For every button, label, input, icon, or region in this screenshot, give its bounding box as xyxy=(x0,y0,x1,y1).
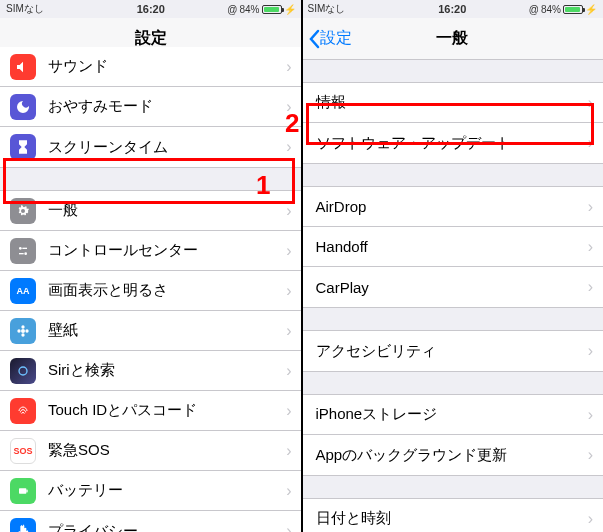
chevron-right-icon: › xyxy=(286,138,291,156)
chevron-right-icon: › xyxy=(286,322,291,340)
chevron-left-icon xyxy=(308,29,320,49)
text-size-icon: AA xyxy=(10,278,36,304)
row-carplay[interactable]: CarPlay › xyxy=(302,267,604,307)
row-label: CarPlay xyxy=(316,279,588,296)
chevron-right-icon: › xyxy=(286,282,291,300)
fingerprint-icon xyxy=(10,398,36,424)
row-datetime[interactable]: 日付と時刻 › xyxy=(302,499,604,532)
row-label: ソフトウェア・アップデート xyxy=(316,134,588,153)
nav-header: 設定 一般 xyxy=(302,18,604,60)
general-list: 情報 › ソフトウェア・アップデート › AirDrop › Handoff ›… xyxy=(302,60,604,532)
svg-point-7 xyxy=(17,329,20,332)
row-label: 情報 xyxy=(316,93,588,112)
chevron-right-icon: › xyxy=(286,522,291,532)
gear-icon xyxy=(10,198,36,224)
switches-icon xyxy=(10,238,36,264)
row-label: バッテリー xyxy=(48,481,286,500)
row-handoff[interactable]: Handoff › xyxy=(302,227,604,267)
row-sos[interactable]: SOS 緊急SOS › xyxy=(0,431,302,471)
svg-point-2 xyxy=(24,252,27,255)
chevron-right-icon: › xyxy=(286,58,291,76)
row-about[interactable]: 情報 › xyxy=(302,83,604,123)
battery-icon xyxy=(563,5,583,14)
row-label: 日付と時刻 xyxy=(316,509,588,528)
row-sounds[interactable]: サウンド › xyxy=(0,47,302,87)
annotation-1: 1 xyxy=(256,170,270,201)
chevron-right-icon: › xyxy=(286,402,291,420)
row-wallpaper[interactable]: 壁紙 › xyxy=(0,311,302,351)
sos-icon: SOS xyxy=(10,438,36,464)
page-title: 設定 xyxy=(135,28,167,49)
row-software-update[interactable]: ソフトウェア・アップデート › xyxy=(302,123,604,163)
row-controlcenter[interactable]: コントロールセンター › xyxy=(0,231,302,271)
chevron-right-icon: › xyxy=(286,482,291,500)
row-dnd[interactable]: おやすみモード › xyxy=(0,87,302,127)
chevron-right-icon: › xyxy=(588,406,593,424)
siri-icon xyxy=(10,358,36,384)
hourglass-icon xyxy=(10,134,36,160)
moon-icon xyxy=(10,94,36,120)
chevron-right-icon: › xyxy=(588,94,593,112)
svg-point-9 xyxy=(19,367,27,375)
row-label: iPhoneストレージ xyxy=(316,405,588,424)
chevron-right-icon: › xyxy=(286,242,291,260)
pane-separator xyxy=(301,0,303,532)
back-label: 設定 xyxy=(320,28,352,49)
row-background-refresh[interactable]: Appのバックグラウンド更新 › xyxy=(302,435,604,475)
row-label: 画面表示と明るさ xyxy=(48,281,286,300)
svg-rect-10 xyxy=(19,488,26,493)
flower-icon xyxy=(10,318,36,344)
svg-rect-3 xyxy=(19,253,24,254)
chevron-right-icon: › xyxy=(286,362,291,380)
settings-list: サウンド › おやすみモード › スクリーンタイム › 一般 › xyxy=(0,46,302,532)
row-label: Siriと検索 xyxy=(48,361,286,380)
status-bar: SIMなし 16:20 @ 84% ⚡ xyxy=(0,0,302,18)
page-title: 一般 xyxy=(436,28,468,49)
row-screentime[interactable]: スクリーンタイム › xyxy=(0,127,302,167)
row-airdrop[interactable]: AirDrop › xyxy=(302,187,604,227)
battery-icon xyxy=(10,478,36,504)
svg-rect-1 xyxy=(22,247,27,248)
row-label: Touch IDとパスコード xyxy=(48,401,286,420)
svg-point-6 xyxy=(21,333,24,336)
svg-point-8 xyxy=(25,329,28,332)
row-accessibility[interactable]: アクセシビリティ › xyxy=(302,331,604,371)
row-display[interactable]: AA 画面表示と明るさ › xyxy=(0,271,302,311)
status-time: 16:20 xyxy=(302,3,604,15)
row-label: 一般 xyxy=(48,201,286,220)
hand-icon xyxy=(10,518,36,532)
row-label: Appのバックグラウンド更新 xyxy=(316,446,588,465)
row-siri[interactable]: Siriと検索 › xyxy=(0,351,302,391)
row-privacy[interactable]: プライバシー › xyxy=(0,511,302,532)
chevron-right-icon: › xyxy=(588,278,593,296)
back-button[interactable]: 設定 xyxy=(308,28,352,49)
chevron-right-icon: › xyxy=(286,202,291,220)
general-pane: SIMなし 16:20 @ 84% ⚡ 設定 一般 情報 › ソフトウェア・アッ… xyxy=(302,0,604,532)
row-label: プライバシー xyxy=(48,522,286,533)
svg-point-5 xyxy=(21,325,24,328)
row-label: おやすみモード xyxy=(48,97,286,116)
row-label: AirDrop xyxy=(316,198,588,215)
annotation-2: 2 xyxy=(285,108,299,139)
svg-rect-11 xyxy=(26,489,27,492)
row-label: 緊急SOS xyxy=(48,441,286,460)
row-label: Handoff xyxy=(316,238,588,255)
chevron-right-icon: › xyxy=(588,198,593,216)
row-label: アクセシビリティ xyxy=(316,342,588,361)
row-label: スクリーンタイム xyxy=(48,138,286,157)
row-battery[interactable]: バッテリー › xyxy=(0,471,302,511)
status-time: 16:20 xyxy=(0,3,302,15)
chevron-right-icon: › xyxy=(588,446,593,464)
chevron-right-icon: › xyxy=(588,342,593,360)
speaker-icon xyxy=(10,54,36,80)
status-bar: SIMなし 16:20 @ 84% ⚡ xyxy=(302,0,604,18)
row-label: コントロールセンター xyxy=(48,241,286,260)
chevron-right-icon: › xyxy=(588,238,593,256)
svg-point-4 xyxy=(21,329,25,333)
chevron-right-icon: › xyxy=(286,442,291,460)
row-storage[interactable]: iPhoneストレージ › xyxy=(302,395,604,435)
row-label: サウンド xyxy=(48,57,286,76)
row-touchid[interactable]: Touch IDとパスコード › xyxy=(0,391,302,431)
svg-point-0 xyxy=(19,247,22,250)
settings-pane: SIMなし 16:20 @ 84% ⚡ 設定 サウンド › おやすみモード › xyxy=(0,0,302,532)
